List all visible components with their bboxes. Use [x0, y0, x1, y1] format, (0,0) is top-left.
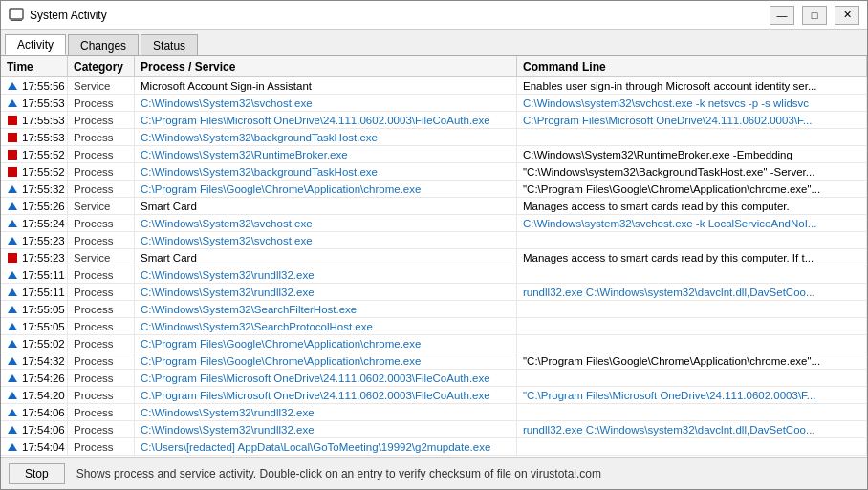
- cell-time: 17:55:52: [1, 146, 68, 162]
- cell-category: Process: [68, 335, 135, 352]
- cell-process: Smart Card: [135, 249, 517, 266]
- table-row[interactable]: 17:55:23 Service Smart Card Manages acce…: [1, 249, 867, 266]
- cell-command: Manages access to smart cards read by th…: [517, 249, 867, 266]
- cell-time: 17:55:56: [1, 77, 68, 94]
- cell-process: C:\Windows\System32\rundll32.exe: [135, 404, 517, 420]
- cell-time: 17:55:11: [1, 266, 68, 283]
- up-icon: [7, 441, 18, 453]
- table-row[interactable]: 17:54:26 Process C:\Program Files\Micros…: [1, 370, 867, 387]
- cell-command: C:\Windows\System32\RuntimeBroker.exe -E…: [517, 146, 867, 162]
- up-icon: [7, 355, 18, 367]
- window-title: System Activity: [30, 9, 107, 22]
- cell-command: [517, 438, 867, 455]
- cell-command: rundll32.exe C:\Windows\system32\davclnt…: [517, 284, 867, 300]
- table-body[interactable]: 17:55:56 Service Microsoft Account Sign-…: [1, 77, 867, 457]
- cell-time: 17:54:06: [1, 421, 68, 437]
- cell-category: Process: [68, 387, 135, 403]
- cell-command: [517, 370, 867, 386]
- cell-time: 17:55:23: [1, 232, 68, 248]
- cell-category: Process: [68, 129, 135, 145]
- tab-status[interactable]: Status: [141, 34, 198, 55]
- table-row[interactable]: 17:55:53 Process C:\Windows\System32\svc…: [1, 95, 867, 112]
- cell-command: [517, 301, 867, 317]
- cell-command: C:\Windows\system32\svchost.exe -k netsv…: [517, 95, 867, 111]
- table-row[interactable]: 17:55:23 Process C:\Windows\System32\svc…: [1, 232, 867, 249]
- tab-changes[interactable]: Changes: [68, 34, 139, 55]
- table-row[interactable]: 17:55:52 Process C:\Windows\System32\Run…: [1, 146, 867, 163]
- cell-process: C:\Program Files\Google\Chrome\Applicati…: [135, 335, 517, 352]
- table-row[interactable]: 17:55:26 Service Smart Card Manages acce…: [1, 198, 867, 215]
- cell-category: Process: [68, 370, 135, 386]
- cell-command: C:\Program Files\Microsoft OneDrive\24.1…: [517, 112, 867, 128]
- cell-process: C:\Windows\System32\rundll32.exe: [135, 421, 517, 437]
- cell-category: Service: [68, 198, 135, 214]
- table-row[interactable]: 17:54:06 Process C:\Windows\System32\run…: [1, 421, 867, 438]
- cell-process: C:\Windows\System32\rundll32.exe: [135, 284, 517, 300]
- cell-process: Smart Card: [135, 198, 517, 214]
- up-icon: [7, 183, 18, 195]
- cell-process: C:\Windows\System32\svchost.exe: [135, 95, 517, 111]
- cell-time: 17:55:53: [1, 112, 68, 128]
- up-icon: [7, 304, 18, 315]
- stop-icon: [7, 149, 18, 160]
- stop-icon: [7, 166, 18, 178]
- stop-button[interactable]: Stop: [9, 463, 65, 484]
- cell-category: Process: [68, 163, 135, 180]
- tab-activity[interactable]: Activity: [5, 34, 66, 55]
- close-button[interactable]: ✕: [835, 6, 859, 25]
- up-icon: [7, 424, 18, 436]
- cell-process: Microsoft Account Sign-in Assistant: [135, 77, 517, 94]
- up-icon: [7, 269, 18, 281]
- table-row[interactable]: 17:55:11 Process C:\Windows\System32\run…: [1, 266, 867, 284]
- table-row[interactable]: 17:54:20 Process C:\Program Files\Micros…: [1, 387, 867, 404]
- cell-category: Process: [68, 404, 135, 420]
- cell-category: Process: [68, 266, 135, 283]
- table-row[interactable]: 17:55:02 Process C:\Program Files\Google…: [1, 335, 867, 352]
- cell-command: rundll32.exe C:\Windows\system32\davclnt…: [517, 421, 867, 437]
- table-row[interactable]: 17:55:56 Service Microsoft Account Sign-…: [1, 77, 867, 95]
- cell-command: [517, 335, 867, 352]
- stop-icon: [7, 252, 18, 264]
- cell-category: Service: [68, 249, 135, 266]
- table-container: Time Category Process / Service Command …: [1, 56, 867, 457]
- cell-command: [517, 232, 867, 248]
- table-header: Time Category Process / Service Command …: [1, 56, 867, 77]
- table-row[interactable]: 17:54:06 Process C:\Windows\System32\run…: [1, 404, 867, 421]
- cell-category: Process: [68, 215, 135, 231]
- cell-time: 17:55:02: [1, 335, 68, 352]
- cell-command: [517, 404, 867, 420]
- cell-command: Enables user sign-in through Microsoft a…: [517, 77, 867, 94]
- table-row[interactable]: 17:55:05 Process C:\Windows\System32\Sea…: [1, 318, 867, 335]
- cell-command: "C:\Program Files\Microsoft OneDrive\24.…: [517, 387, 867, 403]
- table-row[interactable]: 17:55:53 Process C:\Program Files\Micros…: [1, 112, 867, 129]
- table-row[interactable]: 17:55:32 Process C:\Program Files\Google…: [1, 181, 867, 198]
- table-row[interactable]: 17:55:11 Process C:\Windows\System32\run…: [1, 284, 867, 301]
- maximize-button[interactable]: □: [802, 6, 827, 25]
- cell-category: Process: [68, 232, 135, 248]
- cell-process: C:\Windows\System32\backgroundTaskHost.e…: [135, 129, 517, 145]
- cell-process: C:\Windows\System32\rundll32.exe: [135, 266, 517, 283]
- table-row[interactable]: 17:55:24 Process C:\Windows\System32\svc…: [1, 215, 867, 232]
- cell-category: Process: [68, 301, 135, 317]
- cell-category: Process: [68, 112, 135, 128]
- table-row[interactable]: 17:55:52 Process C:\Windows\System32\bac…: [1, 163, 867, 181]
- cell-process: C:\Users\[redacted] AppData\Local\GoToMe…: [135, 438, 517, 455]
- table-row[interactable]: 17:55:05 Process C:\Windows\System32\Sea…: [1, 301, 867, 318]
- cell-time: 17:55:53: [1, 129, 68, 145]
- cell-category: Process: [68, 318, 135, 334]
- col-process: Process / Service: [135, 56, 517, 76]
- stop-icon: [7, 115, 18, 126]
- cell-time: 17:55:26: [1, 198, 68, 214]
- cell-process: C:\Program Files\Google\Chrome\Applicati…: [135, 352, 517, 369]
- minimize-button[interactable]: —: [770, 6, 794, 25]
- cell-command: [517, 266, 867, 283]
- table-row[interactable]: 17:55:53 Process C:\Windows\System32\bac…: [1, 129, 867, 146]
- col-category: Category: [68, 56, 135, 76]
- cell-process: C:\Program Files\Microsoft OneDrive\24.1…: [135, 370, 517, 386]
- cell-time: 17:54:26: [1, 370, 68, 386]
- col-time: Time: [1, 56, 68, 76]
- cell-time: 17:55:05: [1, 301, 68, 317]
- up-icon: [7, 80, 18, 92]
- table-row[interactable]: 17:54:04 Process C:\Users\[redacted] App…: [1, 438, 867, 456]
- table-row[interactable]: 17:54:32 Process C:\Program Files\Google…: [1, 352, 867, 370]
